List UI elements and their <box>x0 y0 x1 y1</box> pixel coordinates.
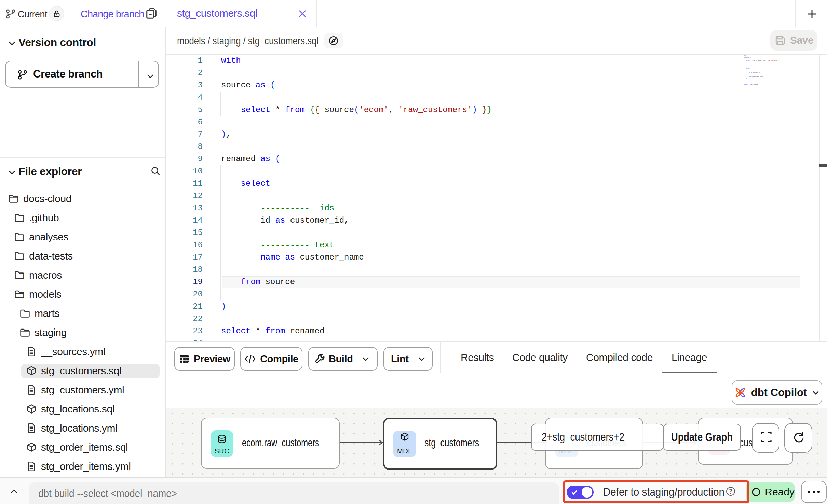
svg-text:SRC: SRC <box>214 447 229 455</box>
svg-text:stg_customers: stg_customers <box>424 436 479 449</box>
svg-text:2+stg_customers+2: 2+stg_customers+2 <box>542 431 624 443</box>
svg-text:dbt build --select <model_name: dbt build --select <model_name> <box>38 487 177 500</box>
svg-text:models / staging / stg_custome: models / staging / stg_customers.sql <box>177 35 318 47</box>
svg-text:Update Graph: Update Graph <box>671 430 733 444</box>
svg-text:MDL: MDL <box>397 447 412 455</box>
svg-text:ecom.raw_customers: ecom.raw_customers <box>242 436 319 449</box>
